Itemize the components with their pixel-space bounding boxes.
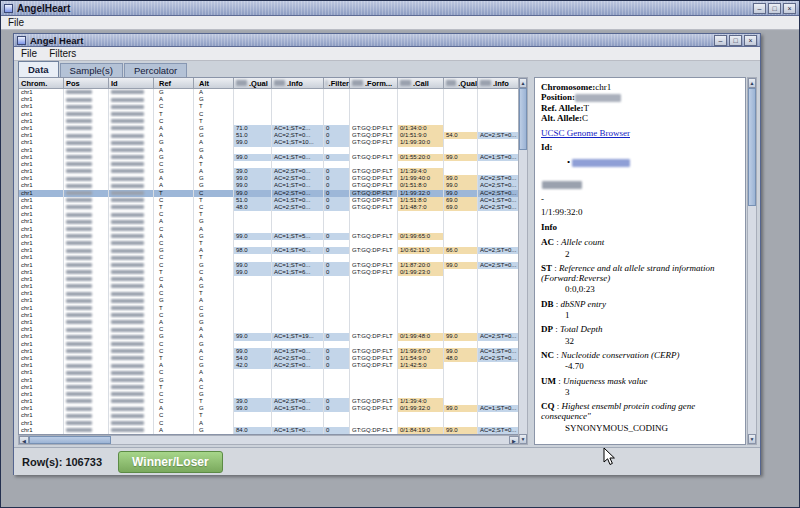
ucsc-genome-browser-link[interactable]: UCSC Genome Browser [541,128,739,138]
table-hscrollbar[interactable]: ◀ ▶ [18,435,520,445]
table-row[interactable]: chr1CA [19,326,519,333]
cell-filter: 0 [324,154,350,161]
menu-file[interactable]: File [21,48,37,59]
table-row[interactable]: chr1GA [19,377,519,384]
table-row[interactable]: chr1CG [19,391,519,398]
table-row[interactable]: chr1CT [19,211,519,218]
scroll-left-icon[interactable]: ◀ [19,436,29,444]
table-row[interactable]: chr1CT [19,290,519,297]
scroll-up-icon[interactable]: ▲ [519,78,527,88]
frame-titlebar[interactable]: Angel Heart – □ × [14,34,760,47]
table-row[interactable]: chr1AG99.0AC=2;ST=0...0GT:GQ:DP:FLT1/1:9… [19,175,519,182]
column-header-alt[interactable]: Alt [194,78,234,89]
table-row[interactable]: chr1TC [19,111,519,118]
table-row[interactable]: chr1AG71.0AC=1;ST=2...0GT:GQ:DP:FLT0/1:3… [19,125,519,132]
table-row[interactable]: chr1CT [19,161,519,168]
table-row[interactable]: chr1TC99.0AC=2;ST=0...0GT:GQ:DP:FLT1/1:9… [19,190,519,197]
table-row[interactable]: chr1TC [19,305,519,312]
table-row[interactable]: chr1AG99.0AC=1;ST=0...0GT:GQ:DP:FLT0/1:9… [19,405,519,412]
table-row[interactable]: chr1CA [19,420,519,427]
scroll-track[interactable] [519,88,527,434]
maximize-icon[interactable]: □ [768,3,781,14]
tab-percolator[interactable]: Percolator [124,63,187,77]
scroll-up-icon[interactable]: ▲ [748,78,756,88]
table-row[interactable]: chr1TC [19,384,519,391]
table-row[interactable]: chr1GA [19,297,519,304]
table-row[interactable]: chr1GA [19,89,519,96]
table-row[interactable]: chr1CA [19,226,519,233]
scroll-thumb[interactable] [748,88,756,206]
table-row[interactable]: chr1CT51.0AC=1;ST=0...0GT:GQ:DP:FLT1/1:5… [19,197,519,204]
minimize-icon[interactable]: – [753,3,766,14]
table-row[interactable]: chr1CT [19,254,519,261]
winner-loser-button[interactable]: Winner/Loser [118,451,223,473]
frame-maximize-icon[interactable]: □ [729,35,742,46]
column-header-info[interactable]: .Info [272,78,324,89]
cell-qual-2 [444,398,478,405]
table-row[interactable]: chr1GA98.0AC=1;ST=0...0GT:GQ:DP:FLT1/0:6… [19,247,519,254]
menu-filters[interactable]: Filters [49,48,76,59]
cell-info-2: AC=1;ST=0... [478,197,519,204]
column-header-pos[interactable]: Pos [64,78,109,89]
scroll-right-icon[interactable]: ▶ [509,436,519,444]
table-row[interactable]: chr1AG [19,319,519,326]
scroll-thumb[interactable] [519,88,527,150]
column-header-chrom[interactable]: Chrom. [19,78,64,89]
table-row[interactable]: chr1AG [19,96,519,103]
table-row[interactable]: chr1AG [19,218,519,225]
close-icon[interactable]: × [783,3,796,14]
table-row[interactable]: chr1CT [19,412,519,419]
window-titlebar[interactable]: AngelHeart – □ × [1,1,799,16]
table-row[interactable]: chr1CT [19,103,519,110]
menu-file[interactable]: File [8,17,24,28]
table-row[interactable]: chr1GA99.0AC=1;ST=19...0GT:GQ:DP:FLT0/1:… [19,333,519,340]
table-row[interactable]: chr1AG [19,283,519,290]
table-row[interactable]: chr1AG99.0AC=1;ST=5...0GT:GQ:DP:FLT0/1:9… [19,233,519,240]
table-row[interactable]: chr1AG51.0AC=2;ST=0...0GT:GQ:DP:FLT0/1:5… [19,132,519,139]
details-vscrollbar[interactable]: ▲ ▼ [747,77,757,445]
table-row[interactable]: chr1CA99.0AC=1;ST=0...0GT:GQ:DP:FLT1/1:9… [19,348,519,355]
table-row[interactable]: chr1GA99.0AC=1;ST=10...0GT:GQ:DP:FLT1/1:… [19,139,519,146]
scroll-down-icon[interactable]: ▼ [519,434,527,444]
column-header-info[interactable]: .Info [478,78,519,89]
cell-alt: A [194,333,234,340]
table-row[interactable]: chr1GA39.0AC=2;ST=0...0GT:GQ:DP:FLT1/1:3… [19,168,519,175]
table-vscrollbar[interactable]: ▲ ▼ [518,77,528,445]
table-row[interactable]: chr1CG [19,341,519,348]
frame-close-icon[interactable]: × [744,35,757,46]
table-row[interactable]: chr1TC54.0AC=2;ST=0...0GT:GQ:DP:FLT1/1:5… [19,355,519,362]
table-row[interactable]: chr1AG84.0AC=1;ST=0...0GT:GQ:DP:FLT0/1:8… [19,427,519,434]
column-header-call[interactable]: .Call [398,78,444,89]
column-header-id[interactable]: Id [109,78,154,89]
table-row[interactable]: chr1CG99.0AC=1;ST=0...0GT:GQ:DP:FLT1/1:8… [19,262,519,269]
scroll-thumb[interactable] [29,436,111,444]
column-header-qual[interactable]: .Qual [234,78,272,89]
cell-qual: 99.0 [234,262,272,269]
column-header-ref[interactable]: Ref [154,78,194,89]
table-row[interactable]: chr1AG [19,147,519,154]
table-row[interactable]: chr1TC48.0AC=2;ST=0...0GT:GQ:DP:FLT1/1:4… [19,204,519,211]
table-row[interactable]: chr1CA [19,276,519,283]
table-row[interactable]: chr1AG42.0AC=2;ST=0...0GT:GQ:DP:FLT1/1:4… [19,362,519,369]
cell-chrom: chr1 [19,154,64,161]
column-header-form[interactable]: .Form... [350,78,398,89]
cell-alt: T [194,197,234,204]
table-row[interactable]: chr1CT [19,118,519,125]
frame-minimize-icon[interactable]: – [714,35,727,46]
table-row[interactable]: chr1CT [19,240,519,247]
scroll-down-icon[interactable]: ▼ [748,434,756,444]
table-row[interactable]: chr1CG [19,312,519,319]
detail-id-item[interactable]: • [541,157,739,167]
table-row[interactable]: chr1CT39.0AC=2;ST=0...0GT:GQ:DP:FLT1/1:3… [19,398,519,405]
column-header-qual[interactable]: .Qual [444,78,478,89]
tab-data[interactable]: Data [18,61,59,77]
column-header-filter[interactable]: .Filter [324,78,350,89]
tab-samples[interactable]: Sample(s) [60,63,123,77]
scroll-track[interactable] [29,436,509,444]
table-row[interactable]: chr1AG99.0AC=1;ST=0...0GT:GQ:DP:FLT0/1:5… [19,182,519,189]
table-row[interactable]: chr1TC99.0AC=1;ST=6...0GT:GQ:DP:FLT0/1:9… [19,269,519,276]
cell-id-redacted [109,197,154,204]
table-row[interactable]: chr1GA99.0AC=1;ST=0...0GT:GQ:DP:FLT0/1:5… [19,154,519,161]
table-row[interactable]: chr1CA [19,369,519,376]
scroll-track[interactable] [748,88,756,434]
